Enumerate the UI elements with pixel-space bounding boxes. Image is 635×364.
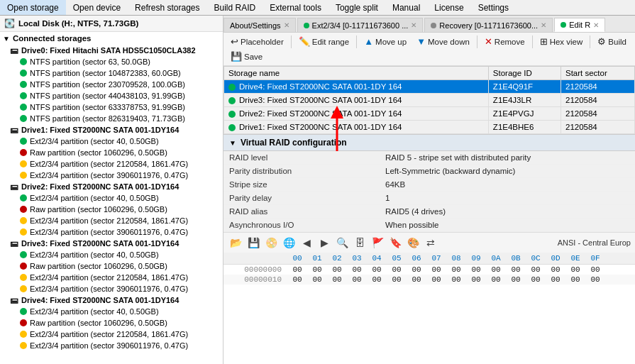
tab-about-settings[interactable]: About/Settings ✕: [223, 18, 296, 32]
hex-byte-value: 00: [565, 275, 585, 284]
transfer-icon[interactable]: ⇄: [423, 235, 438, 250]
save-button[interactable]: 💾 Save: [226, 50, 267, 63]
partition-4-2[interactable]: Ext2/3/4 partition (sector 2120584, 1861…: [0, 329, 223, 340]
partition-2-1[interactable]: Raw partition (sector 1060296, 0.50GB): [0, 204, 223, 215]
palette-icon[interactable]: 🎨: [405, 235, 421, 250]
remove-button[interactable]: ✕ Remove: [480, 35, 529, 48]
partition-1-0[interactable]: Ext2/3/4 partition (sector 40, 0.50GB): [0, 136, 223, 147]
partition-4-0[interactable]: Ext2/3/4 partition (sector 40, 0.50GB): [0, 306, 223, 317]
tab-close-icon[interactable]: ✕: [284, 21, 289, 29]
flag-icon[interactable]: 🚩: [370, 235, 385, 250]
partition-3-1[interactable]: Raw partition (sector 1060296, 0.50GB): [0, 260, 223, 272]
storage-id-cell: Z1E4J3LR: [488, 94, 561, 107]
menu-toggle-split[interactable]: Toggle split: [328, 0, 385, 15]
col-storage-id: Storage ID: [488, 67, 561, 80]
hex-byte-header: 0F: [585, 254, 605, 263]
hex-byte-value: 00: [546, 275, 565, 284]
hex-byte-header: 00: [287, 254, 307, 263]
left-arrow-icon[interactable]: ◀: [299, 235, 314, 250]
tab-close-icon[interactable]: ✕: [411, 21, 416, 29]
tab-edit-r[interactable]: Edit R ✕: [554, 18, 605, 32]
hex-view-button[interactable]: ⊞ Hex view: [536, 35, 587, 48]
drive-1-label: Drive1: Fixed ST2000NC SATA 001-1DY164: [21, 126, 179, 134]
toolbar-separator-3: [477, 35, 477, 48]
tab-ext234[interactable]: Ext2/3/4 [0-11711673600 ... ✕: [297, 18, 424, 32]
table-row[interactable]: Drive4: Fixed ST2000NC SATA 001-1DY 164Z…: [224, 80, 635, 94]
hex-offset-value: 00000000: [223, 265, 287, 274]
drive-0[interactable]: 🖴 Drive0: Fixed Hitachi SATA HDS5C1050CL…: [0, 45, 223, 56]
menu-open-storage[interactable]: Open storage: [0, 0, 66, 15]
partition-0-1[interactable]: NTFS partition (sector 104872383, 60.0GB…: [0, 67, 223, 79]
hex-byte-header: 04: [367, 254, 387, 263]
drive-2[interactable]: 🖴 Drive2: Fixed ST2000NC SATA 001-1DY164: [0, 181, 223, 192]
partition-3-2[interactable]: Ext2/3/4 partition (sector 2120584, 1861…: [0, 272, 223, 283]
partition-0-2[interactable]: NTFS partition (sector 230709528, 100.0G…: [0, 79, 223, 90]
hex-byte-value: 00: [466, 275, 486, 284]
dot-green-icon: [228, 124, 236, 131]
menu-manual[interactable]: Manual: [385, 0, 427, 15]
bookmark-icon[interactable]: 🔖: [387, 235, 403, 250]
partition-3-0[interactable]: Ext2/3/4 partition (sector 40, 0.50GB): [0, 249, 223, 260]
partition-3-3[interactable]: Ext2/3/4 partition (sector 3906011976, 0…: [0, 283, 223, 294]
dot-green-icon: [20, 138, 27, 145]
hex-byte-header: 0A: [486, 254, 506, 263]
partition-2-2[interactable]: Ext2/3/4 partition (sector 2120584, 1861…: [0, 215, 223, 226]
config-label: Parity delay: [223, 192, 380, 205]
menu-build-raid[interactable]: Build RAID: [207, 0, 263, 15]
dot-yellow-icon: [20, 274, 27, 281]
table-row[interactable]: Drive3: Fixed ST2000NC SATA 001-1DY 164Z…: [224, 94, 635, 107]
menu-settings[interactable]: Settings: [471, 0, 516, 15]
dot-green-icon: [20, 194, 27, 202]
drive-1[interactable]: 🖴 Drive1: Fixed ST2000NC SATA 001-1DY164: [0, 124, 223, 136]
placeholder-button[interactable]: ↩ Placeholder: [226, 35, 288, 48]
partition-1-3[interactable]: Ext2/3/4 partition (sector 3906011976, 0…: [0, 170, 223, 181]
tab-close-icon[interactable]: ✕: [541, 21, 546, 29]
build-button[interactable]: ⚙ Build: [593, 35, 631, 48]
hex-byte-value: 00: [287, 265, 307, 274]
tab-recovery[interactable]: Recovery [0-11711673600... ✕: [424, 18, 553, 32]
col-start-sector: Start sector: [561, 67, 634, 80]
move-down-button[interactable]: ▼ Move down: [412, 35, 474, 48]
left-panel-header: 💽 Local Disk (H:, NTFS, 71.73GB): [0, 16, 223, 32]
partition-0-0[interactable]: NTFS partition (sector 63, 50.0GB): [0, 56, 223, 67]
partition-1-2[interactable]: Ext2/3/4 partition (sector 2120584, 1861…: [0, 158, 223, 170]
toolbar: ↩ Placeholder ✏️ Edit range ▲ Move up ▼ …: [223, 33, 635, 66]
menu-refresh-storages[interactable]: Refresh storages: [128, 0, 206, 15]
menu-external-tools[interactable]: External tools: [263, 0, 328, 15]
disk-icon-4: 🖴: [10, 296, 18, 304]
hex-rows-container: 0000000000000000000000000000000000000000…: [223, 265, 635, 285]
save-label: Save: [244, 53, 263, 61]
table-row[interactable]: Drive1: Fixed ST2000NC SATA 001-1DY 164Z…: [224, 121, 635, 134]
database-icon[interactable]: 🗄: [352, 235, 368, 250]
partition-4-1[interactable]: Raw partition (sector 1060296, 0.50GB): [0, 317, 223, 329]
disk2-icon[interactable]: 📀: [263, 235, 279, 250]
storage-id-cell: Z1E4PVGJ: [488, 107, 561, 121]
partition-1-1[interactable]: Raw partition (sector 1060296, 0.50GB): [0, 147, 223, 158]
tab-dot-gray-icon: [431, 23, 436, 28]
start-sector-cell: 2120584: [561, 94, 634, 107]
partition-2-3[interactable]: Ext2/3/4 partition (sector 3906011976, 0…: [0, 226, 223, 238]
partition-4-3[interactable]: Ext2/3/4 partition (sector 3906011976, 0…: [0, 340, 223, 351]
dot-green-icon: [228, 111, 236, 118]
drive-3[interactable]: 🖴 Drive3: Fixed ST2000NC SATA 001-1DY164: [0, 238, 223, 249]
tab-close-icon[interactable]: ✕: [593, 21, 599, 29]
edit-range-button[interactable]: ✏️ Edit range: [294, 35, 353, 48]
partition-0-3[interactable]: NTFS partition (sector 440438103, 91.99G…: [0, 90, 223, 101]
connected-storages-root[interactable]: ▼ Connected storages: [0, 32, 223, 45]
open-icon[interactable]: 📂: [228, 235, 243, 250]
table-row[interactable]: Drive2: Fixed ST2000NC SATA 001-1DY 164Z…: [224, 107, 635, 121]
move-up-button[interactable]: ▲ Move up: [360, 35, 411, 48]
right-arrow-icon[interactable]: ▶: [316, 235, 332, 250]
drive-4[interactable]: 🖴 Drive4: Fixed ST2000NC SATA 001-1DY164: [0, 294, 223, 306]
menu-license[interactable]: License: [427, 0, 470, 15]
partition-0-5[interactable]: NTFS partition (sector 826319403, 71.73G…: [0, 113, 223, 124]
partition-2-0[interactable]: Ext2/3/4 partition (sector 40, 0.50GB): [0, 192, 223, 204]
partition-name-cell: Drive1: Fixed ST2000NC SATA 001-1DY 164: [224, 121, 489, 134]
network-icon[interactable]: 🌐: [281, 235, 297, 250]
move-up-label: Move up: [375, 38, 407, 46]
partition-0-4[interactable]: NTFS partition (sector 633378753, 91.99G…: [0, 101, 223, 113]
search-icon[interactable]: 🔍: [334, 235, 350, 250]
menu-open-device[interactable]: Open device: [66, 0, 128, 15]
ansi-label: ANSI - Central Europ: [558, 238, 631, 247]
save-disk-icon[interactable]: 💾: [245, 235, 261, 250]
